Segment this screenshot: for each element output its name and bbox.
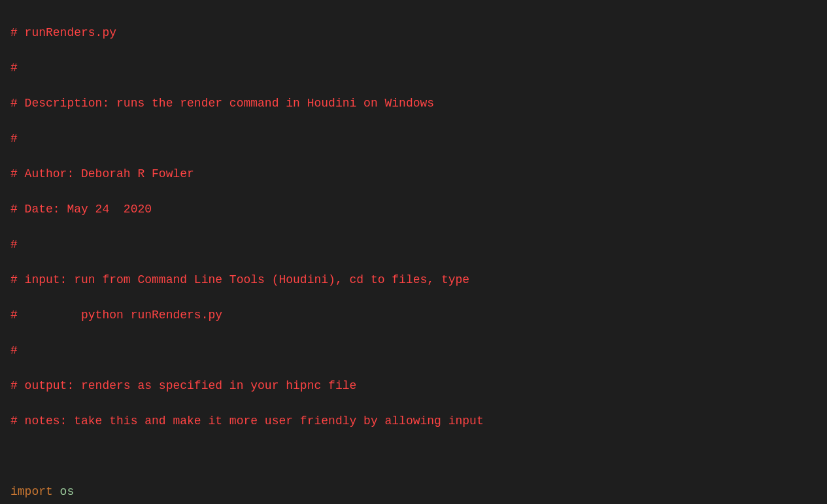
line-11: # output: renders as specified in your h… xyxy=(10,379,356,392)
line-5: # Author: Deborah R Fowler xyxy=(10,167,194,180)
line-10: # xyxy=(10,344,18,357)
line-7: # xyxy=(10,238,18,251)
import-os: os xyxy=(53,485,74,498)
line-2: # xyxy=(10,61,18,75)
line-9: # python runRenders.py xyxy=(10,309,222,322)
code-editor: # runRenders.py # # Description: runs th… xyxy=(10,7,817,504)
line-12: # notes: take this and make it more user… xyxy=(10,414,484,428)
import-keyword: import xyxy=(10,485,53,498)
line-8: # input: run from Command Line Tools (Ho… xyxy=(10,273,469,286)
line-3: # Description: runs the render command i… xyxy=(10,97,434,110)
line-1: # runRenders.py xyxy=(10,26,116,39)
line-6: # Date: May 24 2020 xyxy=(10,203,152,216)
line-4: # xyxy=(10,132,18,145)
